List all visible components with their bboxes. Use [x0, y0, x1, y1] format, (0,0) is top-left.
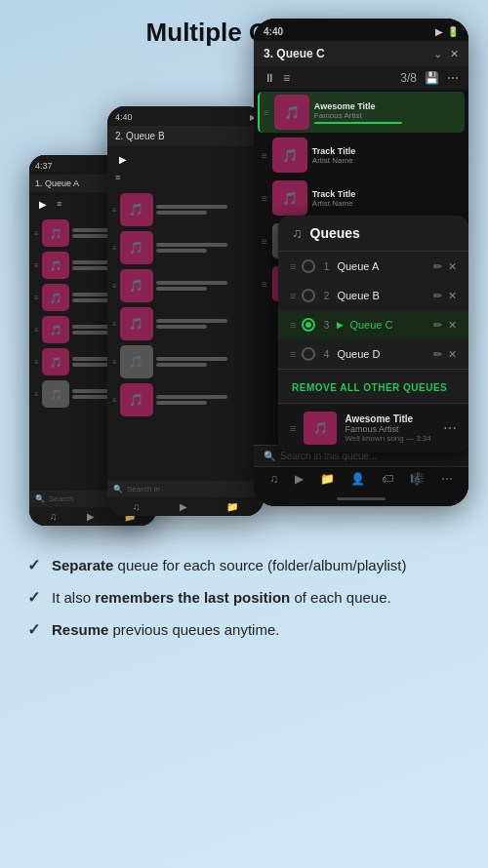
queue-radio-1[interactable]: [302, 259, 315, 273]
drag-icon: ≡: [34, 294, 39, 302]
track-thumb: 🎵: [42, 316, 69, 343]
music-icon-nav[interactable]: 🎼: [410, 472, 425, 486]
track-title: Awesome Title: [314, 101, 461, 111]
feature-item-1: ✓ Separate queue for each source (folder…: [27, 555, 461, 575]
queue-icon-nav[interactable]: ♫: [269, 472, 278, 486]
drag-icon: ≡: [262, 150, 267, 161]
phone-3: 4:40 ▶ 🔋 3. Queue C ⌄ ✕ ⏸ ≡ 3/8 💾 ⋯: [254, 19, 468, 506]
track-artist: Famous Artist: [314, 111, 461, 120]
feature-item-2: ✓ It also remembers the last position of…: [27, 587, 461, 608]
remove-icon-3[interactable]: ✕: [448, 319, 457, 332]
remove-icon-4[interactable]: ✕: [448, 348, 457, 361]
drag-icon: ≡: [34, 261, 39, 270]
bottom-nav-p2: ♫ ▶ 📁: [107, 497, 264, 516]
more-icon[interactable]: ⋯: [447, 71, 459, 85]
p3-controls: ⏸ ≡ 3/8 💾 ⋯: [254, 66, 468, 90]
phone3-queue-name: 3. Queue C: [264, 47, 325, 60]
play-nav-icon[interactable]: ▶: [87, 511, 95, 522]
queue-item-1[interactable]: ≡ 1 Queue A ✏ ✕: [278, 252, 468, 281]
drag-icon: ≡: [112, 396, 117, 405]
drag-icon: ≡: [290, 290, 296, 301]
queue-item-2[interactable]: ≡ 2 Queue B ✏ ✕: [278, 281, 468, 310]
folder-nav-icon[interactable]: 📁: [226, 501, 238, 512]
edit-icon-2[interactable]: ✏: [433, 290, 442, 302]
queue-num-2: 2: [321, 291, 331, 301]
search-bar-p2[interactable]: 🔍 Search in: [107, 481, 264, 497]
feature-text-2: It also remembers the last position of e…: [52, 587, 391, 608]
close-icon[interactable]: ✕: [450, 48, 459, 60]
queue-nav-icon[interactable]: ♫: [50, 511, 58, 522]
check-icon-2: ✓: [27, 588, 40, 607]
queue-item-3[interactable]: ≡ 3 ▶ Queue C ✏ ✕: [278, 310, 468, 339]
drag-icon: ≡: [290, 319, 296, 331]
track-count: 3/8: [298, 71, 417, 85]
now-playing-artist: Famous Artist: [345, 424, 435, 434]
phone2-time: 4:40: [115, 112, 133, 122]
track-thumb: 🎵: [272, 138, 307, 173]
drag-icon: ≡: [34, 326, 39, 335]
check-icon-1: ✓: [27, 556, 40, 574]
play-icon-nav[interactable]: ▶: [295, 472, 304, 486]
track-row: ≡ 🎵: [109, 229, 262, 266]
play-button-p2[interactable]: ▶: [115, 151, 131, 167]
pause-button[interactable]: ⏸: [264, 71, 275, 85]
drag-icon: ≡: [112, 358, 117, 367]
track-thumb: 🎵: [42, 348, 69, 375]
drag-icon: ≡: [262, 236, 267, 247]
track-thumb: 🎵: [272, 180, 307, 216]
play-nav-icon[interactable]: ▶: [180, 501, 187, 512]
queue-radio-3[interactable]: [302, 318, 315, 332]
track-thumb-active: 🎵: [274, 95, 309, 130]
person-icon-nav[interactable]: 👤: [350, 472, 365, 486]
more-options-icon[interactable]: ⋯: [443, 420, 457, 436]
tag-icon-nav[interactable]: 🏷: [382, 472, 393, 486]
track-row-active: ≡ 🎵 Awesome Title Famous Artist: [258, 92, 465, 133]
drag-icon: ≡: [34, 229, 39, 238]
queues-popup-header: ♫ Queues: [278, 216, 468, 252]
battery-icon: 🔋: [447, 26, 459, 37]
track-thumb: 🎵: [120, 345, 153, 378]
more-icon-nav[interactable]: ⋯: [441, 472, 453, 486]
track-artist: Artist Name: [312, 199, 461, 208]
dropdown-icon[interactable]: ⌄: [433, 48, 442, 60]
phone3-time: 4:40: [264, 26, 283, 37]
edit-icon-3[interactable]: ✏: [433, 319, 442, 332]
remove-icon-1[interactable]: ✕: [448, 260, 457, 273]
feature-item-3: ✓ Resume previous queues anytime.: [27, 619, 461, 640]
track-title: Track Title: [312, 189, 461, 199]
track-row: ≡ 🎵: [109, 381, 262, 418]
edit-icon-4[interactable]: ✏: [433, 348, 442, 361]
feature-text-1: Separate queue for each source (folder/a…: [52, 555, 407, 575]
drag-icon: ≡: [262, 279, 267, 290]
folder-icon-nav[interactable]: 📁: [320, 472, 335, 486]
track-thumb: 🎵: [120, 269, 153, 302]
play-button-p1[interactable]: ▶: [35, 196, 51, 212]
track-thumb: 🎵: [120, 307, 153, 340]
edit-icon-1[interactable]: ✏: [433, 260, 442, 273]
queue-num-3: 3: [321, 320, 331, 331]
list-icon-p2: ≡: [115, 173, 120, 182]
p3-queue-bar: 3. Queue C ⌄ ✕: [254, 41, 468, 66]
save-icon[interactable]: 💾: [425, 71, 439, 85]
track-row: ≡ 🎵: [109, 267, 262, 304]
queue-nav-icon[interactable]: ♫: [133, 501, 141, 512]
queue-item-4[interactable]: ≡ 4 Queue D ✏ ✕: [278, 339, 468, 369]
playing-icon: ▶: [337, 320, 344, 330]
signal-icon: ▶: [435, 26, 443, 37]
remove-icon-2[interactable]: ✕: [448, 290, 457, 302]
sort-icon[interactable]: ≡: [283, 71, 290, 85]
phone1-time: 4:37: [35, 161, 53, 171]
drag-icon: ≡: [112, 320, 117, 329]
drag-icon: ≡: [34, 358, 39, 367]
remove-all-button[interactable]: REMOVE ALL OTHER QUEUES: [278, 369, 468, 404]
track-thumb: 🎵: [42, 252, 69, 279]
drag-icon: ≡: [112, 244, 117, 253]
search-text-p2: Search in: [127, 485, 160, 493]
track-thumb: 🎵: [120, 231, 153, 264]
drag-icon: ≡: [112, 282, 117, 291]
queue-radio-2[interactable]: [302, 289, 315, 302]
queue-radio-4[interactable]: [302, 347, 315, 361]
queues-list-icon: ♫: [292, 225, 303, 241]
track-row: ≡ 🎵 Track Title Artist Name: [258, 178, 465, 218]
queue-num-4: 4: [321, 349, 331, 360]
